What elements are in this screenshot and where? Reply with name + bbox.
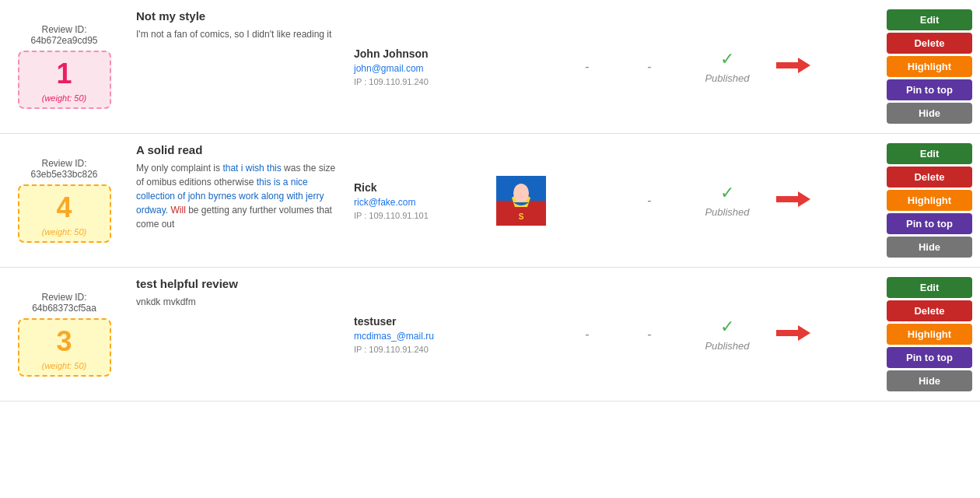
user-email: john@gmail.com <box>354 63 478 74</box>
review-body: I'm not a fan of comics, so I didn't lik… <box>136 27 338 41</box>
review-body: My only complaint is that i wish this wa… <box>136 161 338 231</box>
status-badge: Published <box>705 340 749 352</box>
arrow-right-icon <box>776 56 810 77</box>
dash-column-2: - <box>618 277 681 391</box>
arrow-indicator <box>774 277 813 391</box>
review-id-column: Review ID: 63eb5e33bc8264(weight: 50) <box>8 143 128 258</box>
status-checkmark-icon: ✓ <box>720 317 734 337</box>
review-title: Not my style <box>136 9 338 23</box>
highlight-button[interactable]: Highlight <box>887 324 972 345</box>
user-info-column: John Johnsonjohn@gmail.comIP : 109.110.9… <box>346 9 486 124</box>
user-ip: IP : 109.110.91.101 <box>354 211 478 220</box>
weight-label: (weight: 50) <box>42 93 86 103</box>
arrow-indicator <box>774 9 813 124</box>
status-column: ✓Published <box>681 9 774 124</box>
weight-number: 3 <box>56 325 72 358</box>
svg-text:S: S <box>519 212 524 221</box>
status-checkmark-icon: ✓ <box>720 49 734 69</box>
table-row: Review ID: 64b672ea9cd951(weight: 50)Not… <box>0 0 980 134</box>
dash-column-1: - <box>556 277 618 391</box>
avatar-column <box>486 9 556 124</box>
action-buttons-column: EditDeleteHighlightPin to topHide <box>879 143 972 258</box>
review-text-column: test helpful reviewvnkdk mvkdfm <box>128 277 346 391</box>
user-name: John Johnson <box>354 47 478 60</box>
hide-button[interactable]: Hide <box>887 103 972 124</box>
edit-button[interactable]: Edit <box>887 277 972 298</box>
user-email: mcdimas_@mail.ru <box>354 331 478 342</box>
table-row: Review ID: 63eb5e33bc8264(weight: 50)A s… <box>0 134 980 268</box>
pin-to-top-button[interactable]: Pin to top <box>887 79 972 100</box>
status-badge: Published <box>705 72 749 84</box>
delete-button[interactable]: Delete <box>887 300 972 321</box>
weight-number: 1 <box>56 58 72 90</box>
review-id-column: Review ID: 64b68373cf5aa3(weight: 50) <box>8 277 128 391</box>
dash-column-2: - <box>618 143 681 258</box>
user-info-column: testusermcdimas_@mail.ruIP : 109.110.91.… <box>346 277 486 391</box>
review-id-label: Review ID: 63eb5e33bc826 <box>30 158 97 180</box>
pin-to-top-button[interactable]: Pin to top <box>887 213 972 234</box>
avatar: S <box>496 176 546 226</box>
avatar-column: S <box>486 143 556 258</box>
review-id-label: Review ID: 64b68373cf5aa <box>32 292 96 314</box>
weight-box: 3(weight: 50) <box>18 318 111 377</box>
highlight-button[interactable]: Highlight <box>887 190 972 211</box>
edit-button[interactable]: Edit <box>887 9 972 30</box>
user-email: rick@fake.com <box>354 197 478 208</box>
review-title: A solid read <box>136 143 338 156</box>
delete-button[interactable]: Delete <box>887 167 972 188</box>
weight-number: 4 <box>56 191 72 224</box>
review-text-column: Not my styleI'm not a fan of comics, so … <box>128 9 346 124</box>
review-list: Review ID: 64b672ea9cd951(weight: 50)Not… <box>0 0 980 402</box>
hide-button[interactable]: Hide <box>887 370 972 391</box>
status-column: ✓Published <box>681 143 774 258</box>
status-column: ✓Published <box>681 277 774 391</box>
review-id-column: Review ID: 64b672ea9cd951(weight: 50) <box>8 9 128 124</box>
dash-column-1: - <box>556 9 618 124</box>
arrow-right-icon <box>776 190 810 211</box>
weight-label: (weight: 50) <box>42 361 86 370</box>
hide-button[interactable]: Hide <box>887 237 972 258</box>
review-body: vnkdk mvkdfm <box>136 295 338 309</box>
review-title: test helpful review <box>136 277 338 290</box>
svg-marker-6 <box>776 191 810 207</box>
arrow-indicator <box>774 143 813 258</box>
arrow-right-icon <box>776 324 810 345</box>
svg-marker-0 <box>776 58 810 73</box>
review-text-column: A solid readMy only complaint is that i … <box>128 143 346 258</box>
user-name: Rick <box>354 181 478 194</box>
review-id-label: Review ID: 64b672ea9cd95 <box>30 24 97 46</box>
action-buttons-column: EditDeleteHighlightPin to topHide <box>879 9 972 124</box>
user-info-column: Rickrick@fake.comIP : 109.110.91.101 <box>346 143 486 258</box>
highlight-button[interactable]: Highlight <box>887 56 972 77</box>
user-name: testuser <box>354 315 478 328</box>
action-buttons-column: EditDeleteHighlightPin to topHide <box>879 277 972 391</box>
pin-to-top-button[interactable]: Pin to top <box>887 347 972 368</box>
svg-point-4 <box>513 184 529 202</box>
delete-button[interactable]: Delete <box>887 33 972 54</box>
weight-label: (weight: 50) <box>42 227 86 237</box>
avatar-column <box>486 277 556 391</box>
weight-box: 4(weight: 50) <box>18 184 111 243</box>
user-ip: IP : 109.110.91.240 <box>354 77 478 86</box>
edit-button[interactable]: Edit <box>887 143 972 164</box>
status-checkmark-icon: ✓ <box>720 183 734 203</box>
table-row: Review ID: 64b68373cf5aa3(weight: 50)tes… <box>0 268 980 402</box>
svg-marker-7 <box>776 325 810 341</box>
user-ip: IP : 109.110.91.240 <box>354 345 478 354</box>
status-badge: Published <box>705 206 749 218</box>
dash-column-2: - <box>618 9 681 124</box>
dash-column-1 <box>556 143 618 258</box>
weight-box: 1(weight: 50) <box>18 51 111 109</box>
